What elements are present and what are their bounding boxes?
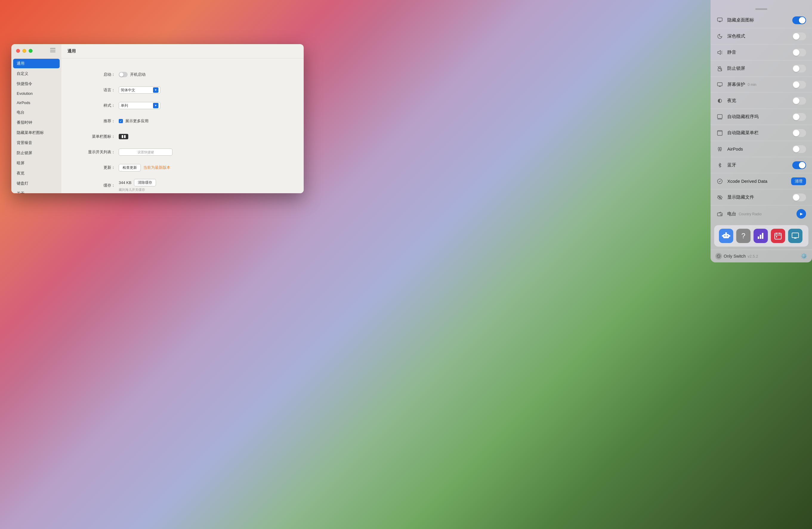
language-select-value: 简体中文 <box>121 88 135 93</box>
menubar-icon-preview[interactable] <box>119 134 128 139</box>
panel-app-info: Only Switch v2.5.2 <box>715 253 758 260</box>
sidebar-item-tomato[interactable]: 番茄时钟 <box>13 118 60 127</box>
app-hdwh[interactable] <box>788 229 802 243</box>
mute-toggle[interactable] <box>792 49 806 56</box>
clear-cache-button[interactable]: 清除缓存 <box>134 179 156 186</box>
screen-saver-toggle[interactable] <box>792 81 806 89</box>
window-titlebar: 通用 <box>61 44 304 58</box>
style-select[interactable]: 单列 ▼ <box>119 102 160 109</box>
svg-rect-30 <box>722 235 723 237</box>
screen-saver-icon <box>716 82 723 88</box>
screen-saver-sublabel: 0 min <box>748 83 756 87</box>
prevent-lock-label: 防止锁屏 <box>727 65 792 71</box>
show-list-row: 显示开关列表： 设置快捷键 <box>79 148 286 156</box>
svg-rect-32 <box>758 236 759 239</box>
panel-row-auto-hide-menubar: 自动隐藏菜单栏 <box>711 125 812 141</box>
svg-rect-26 <box>723 234 729 238</box>
xcode-clean-button[interactable]: 清理 <box>791 177 806 185</box>
svg-rect-29 <box>725 232 727 234</box>
auto-hide-menubar-toggle[interactable] <box>792 129 806 137</box>
cache-hint-text: 藏刘海儿开关缓存 <box>119 188 145 192</box>
panel-scroll-area[interactable]: 隐藏桌面图标 深色模式 静音 防止锁屏 <box>711 12 812 222</box>
airpods-toggle[interactable] <box>792 145 806 153</box>
startup-toggle[interactable] <box>119 72 128 77</box>
svg-rect-15 <box>717 131 722 132</box>
bluetooth-label: 蓝牙 <box>727 162 792 168</box>
sidebar-item-night-view[interactable]: 夜览 <box>13 168 60 178</box>
svg-marker-3 <box>718 50 721 55</box>
menu-dot-2 <box>124 135 126 138</box>
app-name-text: Only Switch <box>724 254 746 259</box>
recommend-checkbox[interactable]: ✓ <box>119 119 123 123</box>
prevent-lock-toggle[interactable] <box>792 65 806 72</box>
language-select[interactable]: 简体中文 ▼ <box>119 87 160 94</box>
night-view-icon <box>716 98 723 104</box>
close-button[interactable] <box>16 49 20 53</box>
sidebar-item-prevent-lock[interactable]: 防止锁屏 <box>13 148 60 158</box>
xcode-icon <box>716 178 723 185</box>
svg-rect-12 <box>717 115 722 118</box>
svg-point-27 <box>724 235 725 236</box>
sidebar-item-general[interactable]: 通用 <box>13 59 60 68</box>
mute-label: 静音 <box>727 49 792 55</box>
checkbox-checkmark: ✓ <box>120 120 122 123</box>
bluetooth-toggle[interactable] <box>792 161 806 169</box>
style-label: 样式： <box>79 103 115 108</box>
app-question[interactable]: ? <box>736 229 751 243</box>
panel-row-mute: 静音 <box>711 44 812 60</box>
app-calendar[interactable] <box>771 229 785 243</box>
sidebar-item-customize[interactable]: 自定义 <box>13 69 60 78</box>
sidebar-item-about[interactable]: 关于 <box>13 189 60 193</box>
sidebar-item-hide-menu[interactable]: 隐藏菜单栏图标 <box>13 128 60 137</box>
auto-hide-dock-toggle[interactable] <box>792 113 806 121</box>
svg-point-16 <box>718 147 720 150</box>
maximize-button[interactable] <box>29 49 32 53</box>
svg-line-44 <box>717 255 720 258</box>
window-title: 通用 <box>68 49 76 54</box>
svg-point-17 <box>720 147 722 150</box>
startup-toggle-knob <box>119 72 124 77</box>
monitor-icon <box>716 17 723 24</box>
sidebar-item-bg-noise[interactable]: 背景噪音 <box>13 138 60 148</box>
style-value: 单列 ▼ <box>119 102 160 109</box>
panel-row-radio: 电台 Country Radio ▶ <box>711 205 812 222</box>
svg-rect-13 <box>717 119 722 120</box>
sidebar-item-shortcuts[interactable]: 快捷指令 <box>13 79 60 89</box>
app-version-text: v2.5.2 <box>748 254 758 259</box>
style-select-value: 单列 <box>121 103 128 108</box>
language-label: 语言： <box>79 87 115 93</box>
svg-point-25 <box>721 214 722 215</box>
dark-mode-toggle[interactable] <box>792 32 806 40</box>
startup-row: 启动： 开机启动 <box>79 70 286 79</box>
sidebar-item-dark-screen[interactable]: 暗屏 <box>13 158 60 168</box>
hide-desktop-icon-toggle[interactable] <box>792 16 806 24</box>
recommend-label-text: 展示更多应用 <box>125 118 148 124</box>
volume-icon <box>716 49 723 56</box>
svg-rect-34 <box>762 233 763 239</box>
cache-label: 缓存： <box>79 183 115 188</box>
svg-point-28 <box>727 235 728 236</box>
minimize-button[interactable] <box>23 49 26 53</box>
sidebar-item-airpods[interactable]: AirPods <box>13 99 60 107</box>
svg-rect-33 <box>760 235 761 239</box>
app-robot[interactable] <box>719 229 733 243</box>
menubar-icon <box>716 130 723 136</box>
sidebar-toggle-button[interactable] <box>50 48 56 52</box>
style-row: 样式： 单列 ▼ <box>79 101 286 110</box>
panel-row-screen-saver: 屏幕保护 0 min <box>711 77 812 93</box>
sidebar: 通用 自定义 快捷指令 Evolution AirPods 电台 番茄时钟 隐藏… <box>11 44 61 193</box>
sidebar-item-keyboard-light[interactable]: 键盘灯 <box>13 179 60 188</box>
shortcut-input[interactable]: 设置快捷键 <box>119 148 172 156</box>
sidebar-item-evolution[interactable]: Evolution <box>13 89 60 98</box>
cache-size-text: 344 KB <box>119 180 132 185</box>
current-version-text: 当前为最新版本 <box>143 165 170 170</box>
radio-play-button[interactable]: ▶ <box>797 209 806 219</box>
settings-gear-icon[interactable]: ⚙️ <box>801 253 807 260</box>
app-bar-chart[interactable] <box>754 229 768 243</box>
sidebar-item-radio[interactable]: 电台 <box>13 108 60 117</box>
night-view-toggle[interactable] <box>792 97 806 105</box>
hidden-files-toggle[interactable] <box>792 193 806 201</box>
airpods-icon <box>716 146 723 152</box>
check-update-button[interactable]: 检查更新 <box>119 164 141 172</box>
night-view-label: 夜览 <box>727 98 792 103</box>
